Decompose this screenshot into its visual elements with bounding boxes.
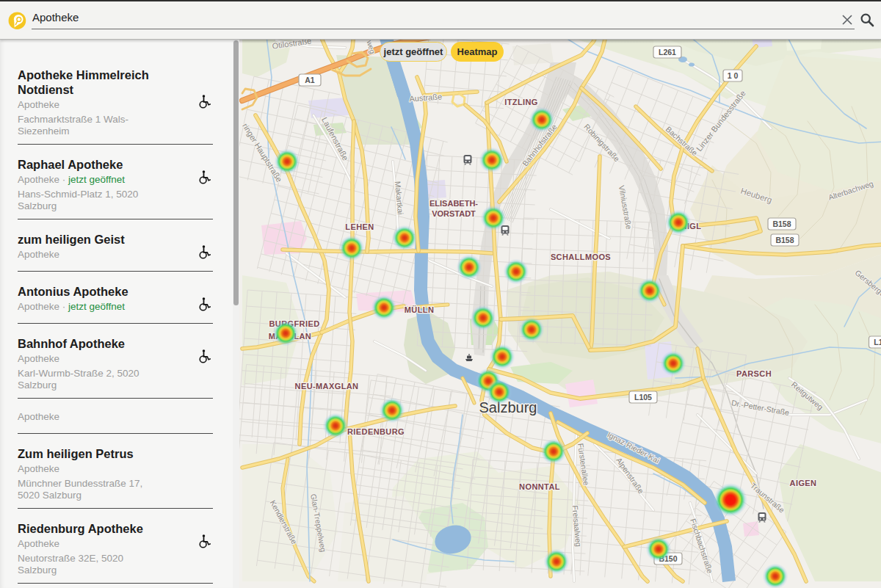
svg-text:1 0: 1 0 <box>728 71 739 80</box>
svg-text:B158: B158 <box>772 219 791 228</box>
svg-text:B158: B158 <box>775 236 794 244</box>
svg-text:RIEDENBURG: RIEDENBURG <box>347 427 405 436</box>
svg-text:MÜLLN: MÜLLN <box>405 305 435 314</box>
svg-text:NEU-MAXGLAN: NEU-MAXGLAN <box>295 382 359 391</box>
svg-text:VORSTADT: VORSTADT <box>432 209 476 218</box>
svg-text:AIGEN: AIGEN <box>790 479 817 487</box>
svg-text:NONNTAL: NONNTAL <box>519 482 560 491</box>
svg-text:L11: L11 <box>874 338 881 346</box>
svg-text:L105: L105 <box>634 393 652 402</box>
svg-text:SCHALLMOOS: SCHALLMOOS <box>551 253 611 261</box>
svg-text:ELISABETH-: ELISABETH- <box>429 199 478 208</box>
svg-text:LEHEN: LEHEN <box>345 222 374 231</box>
svg-text:L261: L261 <box>659 48 676 57</box>
svg-text:ITZLING: ITZLING <box>504 98 538 106</box>
svg-text:Salzburg: Salzburg <box>479 399 537 415</box>
svg-text:A1: A1 <box>305 76 315 84</box>
svg-text:PARSCH: PARSCH <box>736 369 772 378</box>
